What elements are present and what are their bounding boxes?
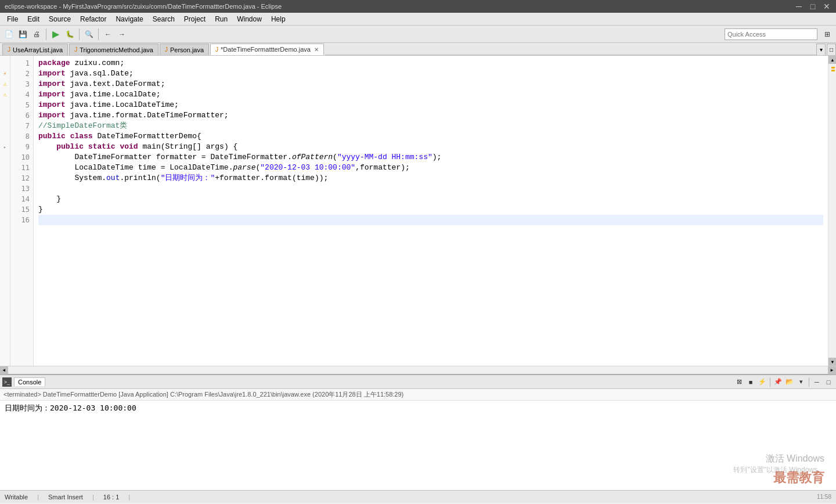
scroll-right-button[interactable]: ► (828, 366, 836, 375)
gutter-14 (0, 194, 10, 204)
menu-navigate[interactable]: Navigate (111, 14, 147, 24)
vertical-scrollbar[interactable]: ▲ ▼ (828, 56, 836, 366)
code-line-16 (38, 215, 823, 225)
tab-datetime[interactable]: J *DateTimeFormattterDemo.java ✕ (210, 44, 324, 55)
tab-label-1: UseArrayList.java (13, 46, 63, 53)
gutter-3: ⚠ (0, 79, 10, 89)
console-icon-symbol: >_ (4, 379, 10, 385)
ln-9: 9 (10, 142, 33, 152)
scroll-down-button[interactable]: ▼ (828, 358, 836, 366)
code-line-13 (38, 183, 823, 194)
console-tab[interactable]: Console (14, 377, 45, 386)
title-text: eclipse-workspace - MyFirstJavaProgram/s… (5, 3, 282, 10)
terminated-text: <terminated> DateTimeFormattterDemo [Jav… (3, 391, 403, 398)
menu-edit[interactable]: Edit (23, 14, 44, 24)
horizontal-scrollbar[interactable]: ◄ ► (0, 366, 836, 374)
console-stop-button[interactable]: ■ (745, 377, 756, 387)
menu-window[interactable]: Window (232, 14, 266, 24)
save-button[interactable]: 💾 (16, 28, 29, 41)
code-area: ⚡ ⚠ ⚠ ▸ 1 2 3 4 5 6 7 8 9 10 (0, 56, 836, 366)
ln-4: 4 (10, 89, 33, 100)
quick-access-box[interactable] (725, 28, 817, 40)
perspectives-button[interactable]: ⊞ (821, 28, 834, 41)
ln-8: 8 (10, 131, 33, 142)
console-icon: >_ (2, 377, 12, 387)
tab-restore-button[interactable]: □ (827, 44, 836, 55)
gutter-10 (0, 152, 10, 163)
tab-trigonometric[interactable]: J TrigonometricMethod.java (69, 44, 158, 55)
status-insert-mode: Smart Insert (48, 494, 83, 501)
gutter-11 (0, 163, 10, 173)
back-button[interactable]: ← (102, 28, 114, 41)
run-button[interactable]: ▶ (49, 28, 62, 41)
console-open-button[interactable]: 📂 (784, 377, 795, 387)
code-line-10: DateTimeFormatter formatter = DateTimeFo… (38, 152, 823, 163)
line-numbers: 1 2 3 4 5 6 7 8 9 10 11 12 13 14 15 16 (10, 56, 34, 366)
ln-3: 3 (10, 79, 33, 89)
status-writable: Writable (5, 494, 28, 501)
gutter-1 (0, 58, 10, 69)
menu-help[interactable]: Help (266, 14, 290, 24)
ln-5: 5 (10, 100, 33, 110)
maximize-button[interactable]: □ (808, 2, 817, 11)
close-button[interactable]: ✕ (822, 2, 831, 11)
quick-access-input[interactable] (727, 31, 815, 38)
console-view-menu[interactable]: ▾ (796, 377, 806, 387)
ln-11: 11 (10, 163, 33, 173)
scroll-track (828, 64, 836, 358)
tab-close-icon[interactable]: ✕ (314, 46, 319, 53)
console-maximize[interactable]: □ (823, 377, 834, 387)
tab-spacer (325, 55, 816, 55)
code-line-6: import java.time.format.DateTimeFormatte… (38, 110, 823, 121)
scroll-up-button[interactable]: ▲ (828, 56, 836, 64)
console-pin-button[interactable]: 📌 (773, 377, 783, 387)
code-line-2: import java.sql.Date; (38, 69, 823, 79)
code-line-7: //SimpleDateFormat类 (38, 121, 823, 131)
separator-3 (98, 28, 99, 40)
gutter-9: ▸ (0, 142, 10, 152)
gutter-7 (0, 121, 10, 131)
console-sep (770, 377, 770, 387)
tab-person[interactable]: J Person.java (160, 44, 209, 55)
code-content[interactable]: package zuixu.comn; import java.sql.Date… (34, 56, 828, 366)
new-button[interactable]: 📄 (2, 28, 15, 41)
code-line-12: System.out.println("日期时间为："+formatter.fo… (38, 173, 823, 183)
search-btn[interactable]: 🔍 (82, 28, 95, 41)
debug-button[interactable]: 🐛 (63, 28, 76, 41)
java-icon-3: J (165, 46, 168, 53)
tab-use-array-list[interactable]: J UseArrayList.java (2, 44, 68, 55)
console-disconnect-button[interactable]: ⚡ (757, 377, 767, 387)
ln-7: 7 (10, 121, 33, 131)
code-line-1: package zuixu.comn; (38, 58, 823, 69)
menu-project[interactable]: Project (179, 14, 210, 24)
scroll-left-button[interactable]: ◄ (0, 366, 8, 375)
console-clear-button[interactable]: ⊠ (734, 377, 744, 387)
gutter: ⚡ ⚠ ⚠ ▸ (0, 56, 10, 366)
menu-refactor[interactable]: Refactor (75, 14, 111, 24)
java-icon-4: J (215, 46, 218, 53)
menu-source[interactable]: Source (44, 14, 75, 24)
tab-label-3: Person.java (170, 46, 204, 53)
menu-file[interactable]: File (2, 14, 23, 24)
toolbar: 📄 💾 🖨 ▶ 🐛 🔍 ← → ⊞ (0, 26, 836, 43)
code-line-15: } (38, 204, 823, 215)
java-icon-1: J (8, 46, 10, 53)
console-output: 日期时间为：2020-12-03 10:00:00 (0, 401, 836, 490)
menu-search[interactable]: Search (148, 14, 179, 24)
console-minimize[interactable]: ─ (812, 377, 822, 387)
ln-12: 12 (10, 173, 33, 183)
status-sep-3: | (128, 494, 130, 501)
ln-10: 10 (10, 152, 33, 163)
editor-container: J UseArrayList.java J TrigonometricMetho… (0, 43, 836, 374)
ruler-marker-1 (831, 67, 835, 69)
forward-button[interactable]: → (116, 28, 128, 41)
status-sep-2: | (92, 494, 94, 501)
print-button[interactable]: 🖨 (30, 28, 43, 41)
gutter-5 (0, 100, 10, 110)
gutter-2: ⚡ (0, 69, 10, 79)
status-sep-1: | (37, 494, 39, 501)
minimize-button[interactable]: ─ (794, 2, 803, 11)
menu-run[interactable]: Run (210, 14, 232, 24)
tab-list-button[interactable]: ▾ (816, 44, 826, 55)
system-clock: 11:58 (817, 494, 831, 500)
